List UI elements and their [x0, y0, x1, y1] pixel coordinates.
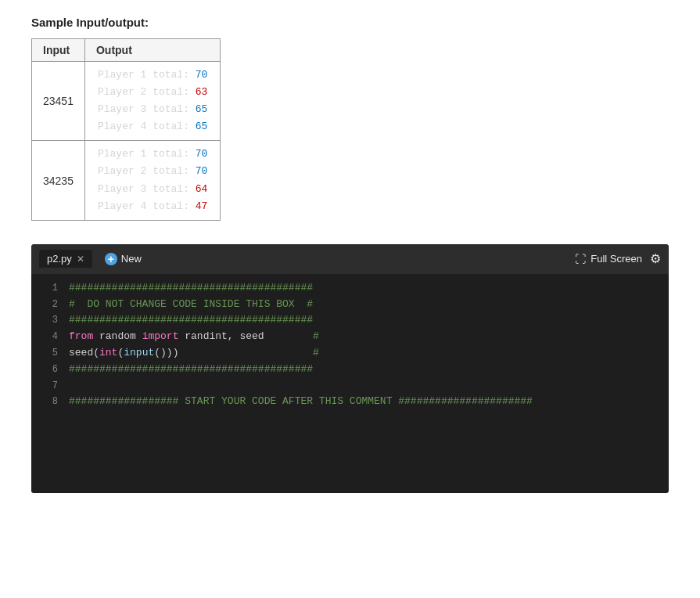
fullscreen-icon: ⛶ — [575, 253, 586, 265]
output-line: Player 2 total: 63 — [98, 84, 207, 101]
line-number: 7 — [36, 379, 58, 394]
fullscreen-button[interactable]: ⛶ Full Screen — [575, 253, 642, 265]
tab-new-label: New — [121, 253, 142, 265]
io-table: Input Output 23451 Player 1 total: 70 Pl… — [31, 38, 221, 221]
line-content: ######################################## — [69, 312, 313, 329]
code-line-7: 7 — [31, 378, 669, 394]
output-line: Player 4 total: 65 — [98, 118, 207, 135]
code-line-8: 8 ################## START YOUR CODE AFT… — [31, 394, 669, 410]
code-line-3: 3 ######################################… — [31, 312, 669, 329]
output-value-1: Player 1 total: 70 Player 2 total: 63 Pl… — [84, 62, 220, 141]
output-line: Player 1 total: 70 — [98, 146, 207, 163]
table-row: 23451 Player 1 total: 70 Player 2 total:… — [32, 62, 221, 141]
tab-label: p2.py — [47, 253, 72, 265]
code-line-5: 5 seed(int(input())) # — [31, 345, 669, 362]
output-line: Player 1 total: 70 — [98, 67, 207, 84]
code-line-1: 1 ######################################… — [31, 280, 669, 297]
tab-p2py[interactable]: p2.py ✕ — [39, 250, 92, 268]
output-line: Player 3 total: 64 — [98, 181, 207, 198]
output-line: Player 2 total: 70 — [98, 163, 207, 180]
line-number: 6 — [36, 362, 58, 377]
col-header-output: Output — [84, 39, 220, 62]
line-content: ######################################## — [69, 280, 313, 297]
input-value-1: 23451 — [32, 62, 85, 141]
table-row: 34235 Player 1 total: 70 Player 2 total:… — [32, 141, 221, 220]
line-content: seed(int(input())) # — [69, 345, 319, 362]
section-title: Sample Input/output: — [31, 16, 669, 29]
tab-new[interactable]: + New — [97, 250, 149, 268]
tabs-right: ⛶ Full Screen ⚙ — [575, 251, 661, 266]
editor-tabs: p2.py ✕ + New ⛶ Full Screen ⚙ — [31, 244, 669, 274]
tabs-left: p2.py ✕ + New — [39, 250, 149, 268]
plus-icon: + — [105, 253, 117, 265]
code-line-2: 2 # DO NOT CHANGE CODE INSIDE THIS BOX # — [31, 297, 669, 313]
fullscreen-label: Full Screen — [591, 253, 642, 265]
editor-container: p2.py ✕ + New ⛶ Full Screen ⚙ 1 — [31, 244, 669, 493]
line-number: 8 — [36, 394, 58, 409]
line-number: 3 — [36, 313, 58, 328]
col-header-input: Input — [32, 39, 85, 62]
code-line-6: 6 ######################################… — [31, 362, 669, 378]
line-number: 1 — [36, 281, 58, 296]
line-number: 5 — [36, 346, 58, 361]
code-line-4: 4 from random import randint, seed # — [31, 329, 669, 345]
tab-close-icon[interactable]: ✕ — [77, 254, 84, 265]
line-content: ######################################## — [69, 362, 313, 378]
line-content — [69, 378, 75, 394]
output-line: Player 3 total: 65 — [98, 101, 207, 118]
line-content: from random import randint, seed # — [69, 329, 319, 345]
code-area[interactable]: 1 ######################################… — [31, 274, 669, 493]
line-number: 4 — [36, 330, 58, 344]
line-content: ################## START YOUR CODE AFTER… — [69, 394, 533, 410]
line-content: # DO NOT CHANGE CODE INSIDE THIS BOX # — [69, 297, 313, 313]
line-number: 2 — [36, 297, 58, 312]
input-value-2: 34235 — [32, 141, 85, 220]
gear-icon[interactable]: ⚙ — [650, 251, 661, 266]
output-line: Player 4 total: 47 — [98, 198, 207, 215]
output-value-2: Player 1 total: 70 Player 2 total: 70 Pl… — [84, 141, 220, 220]
page-wrapper: Sample Input/output: Input Output 23451 … — [0, 0, 700, 509]
